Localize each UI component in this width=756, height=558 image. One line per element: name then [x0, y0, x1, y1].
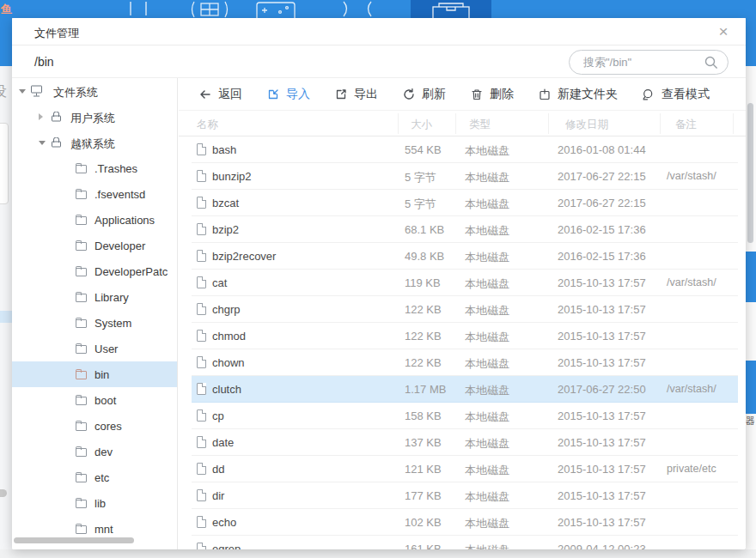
sidebar-item-label: cores — [94, 420, 122, 433]
file-icon — [197, 463, 206, 475]
sidebar-item-fseventsd[interactable]: .fseventsd — [12, 181, 177, 207]
sidebar-item-system[interactable]: System — [12, 310, 177, 336]
file-type: 本地磁盘 — [465, 489, 509, 505]
new-folder-label: 新建文件夹 — [558, 87, 618, 102]
file-icon — [197, 170, 206, 182]
sidebar-item-library[interactable]: Library — [12, 284, 177, 310]
refresh-icon — [402, 88, 416, 101]
sidebar-item-lib[interactable]: lib — [12, 490, 177, 516]
file-size: 137 KB — [405, 436, 442, 449]
file-modified: 2016-01-08 01:44 — [558, 143, 646, 156]
sidebar-item-label: Applications — [94, 214, 155, 227]
sidebar-item-applications[interactable]: Applications — [12, 207, 177, 233]
file-name: echo — [212, 516, 236, 529]
table-row[interactable]: dd 121 KB 本地磁盘 2015-10-13 17:57 private/… — [192, 456, 738, 482]
sidebar-item-boot[interactable]: boot — [12, 387, 177, 413]
sidebar-item-bin[interactable]: bin — [12, 361, 177, 387]
sidebar-item-user-system[interactable]: 用户系统 — [12, 104, 177, 130]
file-name: dd — [212, 463, 224, 476]
sidebar-item-label: boot — [94, 394, 116, 407]
file-size: 121 KB — [405, 463, 442, 476]
topbar-icon-fragment-4 — [335, 0, 380, 18]
file-icon — [197, 223, 206, 235]
file-size: 68.1 KB — [405, 223, 444, 236]
column-header-type[interactable]: 类型 — [469, 118, 491, 132]
file-name: chmod — [212, 330, 246, 343]
table-row[interactable]: chmod 122 KB 本地磁盘 2015-10-13 17:57 — [192, 323, 738, 349]
sidebar-horizontal-scrollbar[interactable] — [14, 537, 134, 543]
back-label: 返回 — [218, 87, 242, 102]
table-row[interactable]: chown 122 KB 本地磁盘 2015-10-13 17:57 — [192, 349, 738, 376]
sidebar-item-jailbreak-system[interactable]: 越狱系统 — [12, 130, 177, 155]
file-note: /var/stash/ — [667, 383, 716, 395]
sidebar-item-user[interactable]: User — [12, 336, 177, 361]
table-row[interactable]: cat 119 KB 本地磁盘 2015-10-13 17:57 /var/st… — [192, 270, 738, 296]
chevron-right-icon[interactable] — [39, 113, 43, 120]
sidebar-item-cores[interactable]: cores — [12, 413, 177, 439]
sidebar-item-dev[interactable]: dev — [12, 439, 177, 464]
file-modified: 2015-10-13 17:57 — [558, 436, 646, 449]
table-row[interactable]: bash 554 KB 本地磁盘 2016-01-08 01:44 — [192, 136, 738, 163]
delete-button[interactable]: 删除 — [470, 87, 514, 102]
table-row[interactable]: date 137 KB 本地磁盘 2015-10-13 17:57 — [192, 429, 738, 456]
table-row[interactable]: echo 102 KB 本地磁盘 2015-10-13 17:57 — [192, 509, 738, 536]
table-row[interactable]: bzip2recover 49.8 KB 本地磁盘 2016-02-15 17:… — [192, 243, 738, 270]
chevron-down-icon[interactable] — [19, 89, 26, 94]
file-list-pane: 返回 导入 导出 刷新 — [179, 78, 746, 549]
sidebar-item-label: lib — [94, 497, 106, 510]
sidebar-item-trashes[interactable]: .Trashes — [12, 155, 177, 181]
column-header-modified[interactable]: 修改日期 — [565, 118, 608, 132]
refresh-button[interactable]: 刷新 — [402, 87, 446, 102]
file-icon — [197, 250, 206, 262]
sidebar-item-label: etc — [94, 471, 109, 484]
folder-icon — [76, 500, 87, 508]
column-divider — [455, 113, 456, 134]
file-icon — [197, 276, 206, 288]
file-type: 本地磁盘 — [465, 463, 509, 478]
file-name: dir — [212, 489, 224, 502]
new-folder-button[interactable]: 新建文件夹 — [538, 87, 618, 102]
column-header-size[interactable]: 大小 — [411, 118, 432, 132]
new-folder-icon — [538, 88, 552, 101]
app-scrollbar-thumb[interactable] — [747, 103, 753, 243]
sidebar-item-developer-patc[interactable]: DeveloperPatc — [12, 258, 177, 284]
folder-icon — [76, 422, 87, 431]
file-icon — [197, 330, 206, 342]
view-mode-button[interactable]: 查看模式 — [642, 87, 710, 102]
sidebar-item-etc[interactable]: etc — [12, 464, 177, 490]
folder-icon — [76, 242, 87, 251]
search-box[interactable] — [569, 50, 729, 75]
sidebar-item-label: System — [94, 317, 131, 330]
column-header-note[interactable]: 备注 — [675, 118, 697, 132]
sidebar-item-file-system[interactable]: 文件系统 — [12, 78, 177, 104]
table-row[interactable]: chgrp 122 KB 本地磁盘 2015-10-13 17:57 — [192, 296, 738, 323]
chevron-down-icon[interactable] — [39, 141, 46, 145]
table-row[interactable]: bunzip2 5 字节 本地磁盘 2017-06-27 22:15 /var/… — [192, 163, 738, 190]
table-row-selected[interactable]: clutch 1.17 MB 本地磁盘 2017-06-27 22:50 /va… — [192, 376, 738, 403]
file-type: 本地磁盘 — [465, 223, 509, 239]
table-row[interactable]: bzcat 5 字节 本地磁盘 2017-06-27 22:15 — [192, 190, 738, 216]
sidebar-item-label: dev — [94, 446, 113, 458]
back-button[interactable]: 返回 — [198, 87, 242, 102]
column-divider — [733, 113, 734, 134]
close-icon[interactable]: × — [713, 21, 734, 42]
table-row[interactable]: dir 177 KB 本地磁盘 2015-10-13 17:57 — [192, 482, 738, 509]
file-size: 119 KB — [405, 276, 441, 289]
table-row[interactable]: egrep 161 KB 本地磁盘 2009-04-12 00:23 — [192, 536, 738, 549]
file-type: 本地磁盘 — [465, 250, 509, 265]
file-icon — [197, 516, 206, 528]
import-button[interactable]: 导入 — [266, 87, 310, 102]
dialog-body: 文件系统 用户系统 越狱系统 .Trashes — [12, 77, 746, 549]
sidebar-item-label: .Trashes — [94, 162, 137, 175]
right-blue-fragment-top — [746, 18, 756, 66]
right-bottom-fragment — [746, 549, 756, 558]
table-row[interactable]: bzip2 68.1 KB 本地磁盘 2016-02-15 17:36 — [192, 216, 738, 243]
export-button[interactable]: 导出 — [334, 87, 378, 102]
topbar-icon-fragment-3 — [254, 0, 299, 18]
file-type: 本地磁盘 — [465, 276, 509, 292]
search-input[interactable] — [583, 52, 698, 73]
file-type: 本地磁盘 — [465, 409, 509, 425]
column-header-name[interactable]: 名称 — [197, 118, 218, 132]
sidebar-item-developer[interactable]: Developer — [12, 233, 177, 258]
table-row[interactable]: cp 158 KB 本地磁盘 2015-10-13 17:57 — [192, 403, 738, 429]
